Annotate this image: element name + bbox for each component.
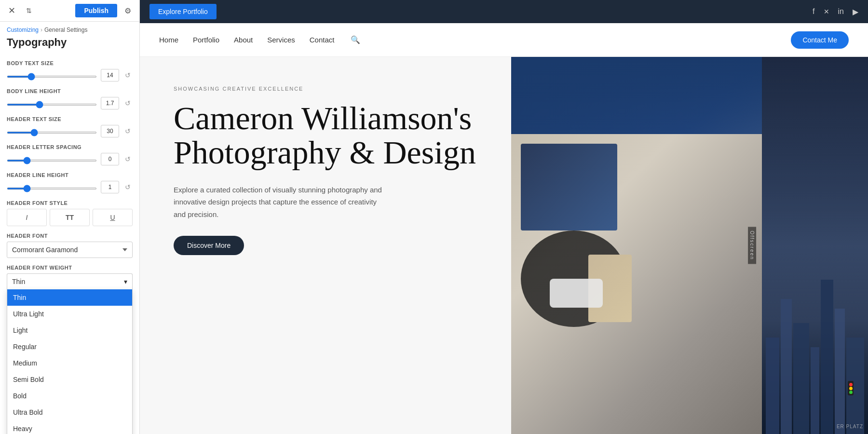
- body-line-height-reset[interactable]: ↺: [123, 98, 133, 108]
- nav-about[interactable]: About: [234, 36, 253, 44]
- site-preview: Explore Portfolio f ✕ in ▶ Home Portfoli…: [140, 0, 868, 434]
- dropdown-item-regular[interactable]: Regular: [7, 339, 132, 355]
- header-font-weight-field: HEADER FONT WEIGHT Thin ▾ Thin Ultra Lig…: [7, 265, 133, 289]
- header-font-field: HEADER FONT Cormorant Garamond: [7, 233, 133, 258]
- header-text-size-slider[interactable]: [7, 132, 97, 134]
- youtube-icon[interactable]: ▶: [853, 7, 858, 16]
- customizer-panel: ✕ ⇅ Publish ⚙ Customizing › General Sett…: [0, 0, 140, 434]
- nav-home[interactable]: Home: [159, 36, 178, 44]
- image-top-overlay: [511, 57, 762, 134]
- offscreen-label: Offscreen: [748, 227, 756, 264]
- social-icons: f ✕ in ▶: [813, 7, 858, 16]
- hero-description: Explore a curated collection of visually…: [174, 184, 386, 221]
- font-style-buttons: I TT U: [7, 209, 133, 226]
- dropdown-item-light[interactable]: Light: [7, 322, 132, 339]
- header-font-label: HEADER FONT: [7, 233, 133, 239]
- showcasing-label: SHOWCASING CREATIVE EXCELLENCE: [174, 86, 487, 92]
- header-text-size-field: HEADER TEXT SIZE 30 ↺: [7, 116, 133, 137]
- chevron-down-icon: ▾: [124, 278, 127, 285]
- underline-button[interactable]: U: [93, 209, 133, 226]
- site-topbar: Explore Portfolio f ✕ in ▶: [140, 0, 868, 23]
- breadcrumb-current: General Settings: [44, 27, 87, 33]
- discover-more-button[interactable]: Discover More: [174, 236, 244, 255]
- header-line-height-label: HEADER LINE HEIGHT: [7, 172, 133, 178]
- header-letter-spacing-label: HEADER LETTER SPACING: [7, 144, 133, 150]
- top-toolbar: ✕ ⇅ Publish ⚙: [0, 0, 139, 22]
- body-text-size-reset[interactable]: ↺: [123, 70, 133, 80]
- search-button[interactable]: 🔍: [349, 33, 362, 47]
- header-font-style-field: HEADER FONT STYLE I TT U: [7, 200, 133, 226]
- body-text-size-value: 14: [101, 69, 119, 81]
- dropdown-item-semi-bold[interactable]: Semi Bold: [7, 371, 132, 388]
- header-line-height-slider[interactable]: [7, 188, 97, 190]
- body-line-height-slider[interactable]: [7, 104, 97, 106]
- body-line-height-field: BODY LINE HEIGHT 1.7 ↺: [7, 88, 133, 109]
- body-line-height-label: BODY LINE HEIGHT: [7, 88, 133, 94]
- contact-me-button[interactable]: Contact Me: [791, 31, 849, 49]
- bold-button[interactable]: TT: [50, 209, 90, 226]
- header-letter-spacing-value: 0: [101, 153, 119, 165]
- body-text-size-slider[interactable]: [7, 76, 97, 78]
- city-image: ER PLATZ: [762, 57, 868, 434]
- font-weight-selected: Thin: [12, 278, 25, 285]
- font-weight-dropdown: Thin Ultra Light Light Regular Medium Se…: [7, 289, 133, 434]
- header-letter-spacing-field: HEADER LETTER SPACING 0 ↺: [7, 144, 133, 165]
- hero-image: Offscreen: [511, 57, 762, 434]
- font-weight-container: Thin ▾ Thin Ultra Light Light Regular Me…: [7, 273, 133, 289]
- dropdown-item-medium[interactable]: Medium: [7, 355, 132, 371]
- twitter-x-icon[interactable]: ✕: [824, 8, 829, 15]
- facebook-icon[interactable]: f: [813, 7, 814, 16]
- desk-image: [511, 134, 762, 434]
- settings-button[interactable]: ⚙: [121, 4, 135, 17]
- body-text-size-label: BODY TEXT SIZE: [7, 60, 133, 66]
- body-text-size-field: BODY TEXT SIZE 14 ↺: [7, 60, 133, 81]
- dropdown-item-bold[interactable]: Bold: [7, 388, 132, 404]
- breadcrumb: Customizing › General Settings: [0, 22, 139, 35]
- header-text-size-value: 30: [101, 125, 119, 137]
- city-label: ER PLATZ: [837, 424, 863, 429]
- nav-contact[interactable]: Contact: [310, 36, 335, 44]
- header-line-height-value: 1: [101, 181, 119, 193]
- nav-portfolio[interactable]: Portfolio: [193, 36, 219, 44]
- dropdown-item-ultra-light[interactable]: Ultra Light: [7, 306, 132, 322]
- hero-content: SHOWCASING CREATIVE EXCELLENCE Cameron W…: [140, 57, 511, 434]
- dropdown-item-heavy[interactable]: Heavy: [7, 420, 132, 434]
- header-text-size-reset[interactable]: ↺: [123, 126, 133, 136]
- body-line-height-value: 1.7: [101, 97, 119, 109]
- dropdown-item-ultra-bold[interactable]: Ultra Bold: [7, 404, 132, 420]
- site-nav: Home Portfolio About Services Contact 🔍 …: [140, 23, 868, 57]
- header-font-weight-label: HEADER FONT WEIGHT: [7, 265, 133, 271]
- hero-title: Cameron Williamson's Photography & Desig…: [174, 101, 487, 170]
- italic-button[interactable]: I: [7, 209, 47, 226]
- header-letter-spacing-reset[interactable]: ↺: [123, 154, 133, 164]
- nav-services[interactable]: Services: [267, 36, 295, 44]
- dropdown-item-thin[interactable]: Thin: [7, 289, 132, 306]
- header-line-height-field: HEADER LINE HEIGHT 1 ↺: [7, 172, 133, 193]
- header-font-style-label: HEADER FONT STYLE: [7, 200, 133, 206]
- panel-content: BODY TEXT SIZE 14 ↺ BODY LINE HEIGHT 1.7…: [0, 55, 139, 434]
- history-button[interactable]: ⇅: [22, 4, 36, 17]
- close-button[interactable]: ✕: [5, 4, 18, 17]
- font-weight-select[interactable]: Thin ▾: [7, 273, 133, 289]
- header-line-height-reset[interactable]: ↺: [123, 182, 133, 192]
- breadcrumb-parent[interactable]: Customizing: [7, 27, 39, 33]
- breadcrumb-separator: ›: [41, 27, 42, 33]
- header-text-size-label: HEADER TEXT SIZE: [7, 116, 133, 122]
- panel-title: Typography: [0, 35, 139, 55]
- nav-links: Home Portfolio About Services Contact 🔍: [159, 33, 362, 47]
- header-font-select[interactable]: Cormorant Garamond: [7, 242, 133, 258]
- linkedin-icon[interactable]: in: [838, 7, 844, 16]
- header-letter-spacing-slider[interactable]: [7, 160, 97, 162]
- publish-button[interactable]: Publish: [75, 4, 117, 17]
- site-main: SHOWCASING CREATIVE EXCELLENCE Cameron W…: [140, 57, 868, 434]
- explore-portfolio-button[interactable]: Explore Portfolio: [149, 4, 217, 19]
